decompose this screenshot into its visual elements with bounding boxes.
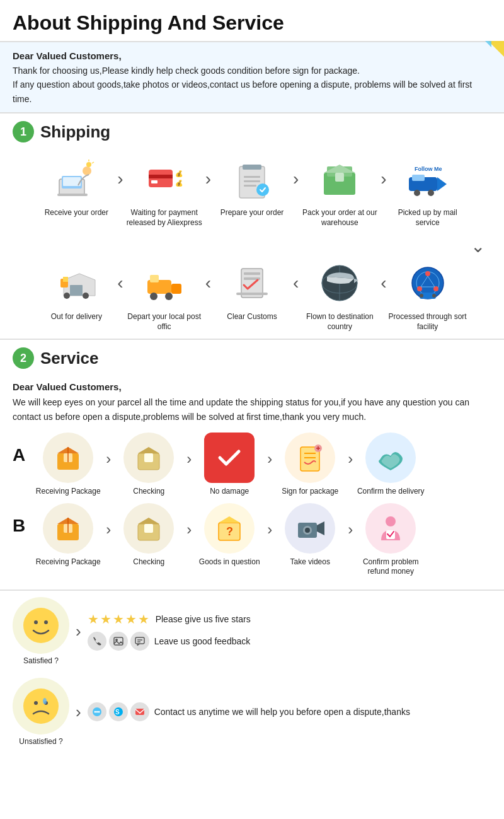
svg-marker-80 <box>317 521 324 535</box>
svc-arrow-a2: › <box>186 450 192 468</box>
svc-label-b-question: Goods in question <box>199 557 260 567</box>
svc-label-b-checking: Checking <box>133 557 164 567</box>
shipping-flow-row2: Out for delivery ‹ Depart your local pos… <box>6 258 498 339</box>
phone-icon <box>88 632 106 651</box>
arrow-2: › <box>205 169 211 189</box>
svc-label-a-confirm: Confirm the delivery <box>357 487 425 497</box>
feedback-icons <box>88 632 149 651</box>
svg-point-5 <box>86 162 91 167</box>
svc-arrow-b4: › <box>348 521 353 538</box>
svg-text:💰: 💰 <box>175 170 183 178</box>
svg-text:S: S <box>115 709 120 716</box>
svc-arrow-b2: › <box>186 521 192 538</box>
service-flow-b: Receiving Package › Checking › <box>30 503 428 577</box>
svc-item-a-confirm: Confirm the delivery <box>353 433 428 497</box>
svc-label-b-receiving: Receiving Package <box>36 557 101 567</box>
image-icon <box>109 632 128 651</box>
svg-rect-37 <box>171 284 181 294</box>
satisfied-content: ★★★★★ Please give us five stars <box>88 612 251 651</box>
service-intro: Dear Valued Customers, We will keep eyes… <box>13 374 491 433</box>
service-section-header: 2 Service <box>0 340 504 374</box>
svc-item-a-receiving: Receiving Package <box>30 433 106 497</box>
svg-point-85 <box>23 608 59 643</box>
row-b-letter: B <box>13 516 25 536</box>
svg-text:?: ? <box>226 525 233 538</box>
svg-rect-16 <box>244 180 260 182</box>
svc-item-b-refund: Confirm problem refund money <box>353 503 428 577</box>
svc-icon-a-sign <box>285 433 335 483</box>
svg-point-100 <box>98 711 100 713</box>
contact-icons: S <box>88 702 149 721</box>
page-header: About Shipping And Service <box>0 0 504 41</box>
intro-section: Dear Valued Customers, Thank for choosin… <box>0 41 504 113</box>
svc-icon-b-video <box>285 503 335 554</box>
unsatisfied-row: Unsatisfied ? › <box>13 678 491 746</box>
satisfied-arrow: › <box>76 622 81 641</box>
svc-label-a-receiving: Receiving Package <box>36 487 101 497</box>
svc-icon-b-refund <box>365 503 416 554</box>
stars-text: Please give us five stars <box>156 614 251 624</box>
arrow-r2: ‹ <box>205 273 211 293</box>
svc-icon-a-confirm <box>365 433 416 483</box>
svg-point-83 <box>386 516 396 526</box>
shipping-section-num: 1 <box>13 121 34 142</box>
flow-item-pickup: Follow Me Picked up by mail service <box>387 154 469 228</box>
svc-item-b-video: Take videos <box>272 503 348 567</box>
intro-line1: Thank for choosing us,Please kindly help… <box>13 64 491 78</box>
svg-rect-103 <box>135 709 144 715</box>
arrow-4: › <box>381 169 386 189</box>
service-greeting: Dear Valued Customers, <box>13 379 491 395</box>
intro-line2: If any question about goods,take photos … <box>13 78 491 106</box>
svg-marker-74 <box>138 518 159 524</box>
svc-arrow-b3: › <box>267 521 272 538</box>
svg-point-39 <box>165 293 173 300</box>
flow-label-pickup: Picked up by mail service <box>387 208 469 228</box>
flow-item-customs: Clear Customs <box>211 258 293 332</box>
svg-marker-25 <box>437 177 447 191</box>
svc-icon-b-question: ? <box>204 503 255 554</box>
svg-point-50 <box>425 271 430 276</box>
satisfied-label: Satisfied ? <box>23 656 59 665</box>
service-row-b: B Receiving Package › <box>13 503 491 577</box>
flow-label-receive: Receive your order <box>45 208 108 228</box>
flow-item-payment: 💰 💰 Waiting for payment released by Alie… <box>123 154 205 228</box>
svc-item-b-checking: Checking <box>111 503 186 567</box>
flow-item-outdelivery: Out for delivery <box>35 258 117 332</box>
svg-point-99 <box>96 711 98 713</box>
svg-point-98 <box>94 711 96 713</box>
svg-rect-35 <box>63 277 68 282</box>
svg-point-96 <box>43 698 47 704</box>
svg-point-38 <box>150 293 158 300</box>
feedback-row: Leave us good feedback <box>88 632 251 651</box>
arrow-1: › <box>117 169 123 189</box>
flow-item-sort: Processed through sort facility <box>387 258 469 332</box>
svg-point-33 <box>64 293 70 299</box>
svc-item-b-question: ? Goods in question <box>192 503 267 567</box>
svg-rect-88 <box>114 637 123 645</box>
svc-label-a-checking: Checking <box>133 487 164 497</box>
flow-label-sort: Processed through sort facility <box>387 312 469 332</box>
satisfaction-section: Satisfied ? › ★★★★★ Please give us five … <box>0 591 504 765</box>
svg-rect-75 <box>144 524 153 533</box>
svg-text:Follow Me: Follow Me <box>415 166 442 172</box>
unsatisfied-icon <box>13 678 69 735</box>
service-body: We will keep eyes on your parcel all the… <box>13 395 491 426</box>
flow-label-payment: Waiting for payment released by Aliexpre… <box>123 208 205 228</box>
svg-point-3 <box>83 166 91 175</box>
svg-rect-26 <box>412 175 425 181</box>
intro-greeting: Dear Valued Customers, <box>13 49 491 64</box>
flow-label-flown: Flown to destination country <box>299 312 381 332</box>
svc-icon-b-receiving <box>43 503 93 554</box>
flow-label-depart: Depart your local post offic <box>123 312 205 332</box>
service-content: Dear Valued Customers, We will keep eyes… <box>0 374 504 590</box>
svc-arrow-a4: › <box>348 450 353 468</box>
svc-label-a-nodamage: No damage <box>210 487 249 497</box>
skype-icon: S <box>109 702 128 721</box>
down-arrow: ⌄ <box>6 236 498 257</box>
svg-rect-10 <box>151 180 158 183</box>
flow-item-depart: Depart your local post offic <box>123 258 205 332</box>
svc-item-a-sign: Sign for package <box>272 433 348 497</box>
svc-icon-a-checking <box>123 433 174 483</box>
svc-arrow-a1: › <box>106 450 111 468</box>
svg-point-54 <box>420 294 423 298</box>
